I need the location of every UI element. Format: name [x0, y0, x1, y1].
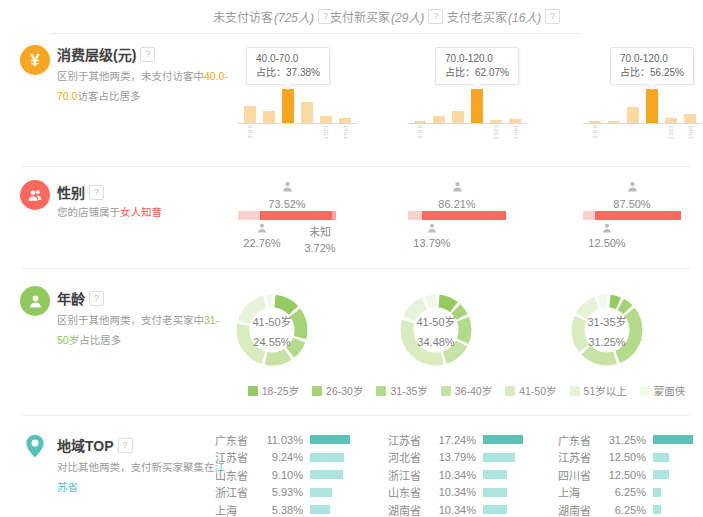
legend-item[interactable]: 18-25岁: [248, 383, 299, 398]
consumption-chart-unpaid: 0.0-20.0120.0-160.0160.0以上40.0-70.0占比：37…: [230, 33, 390, 166]
bar-slot: 120.0-160.0: [320, 89, 332, 123]
region-name: 浙江省: [215, 484, 257, 500]
bar[interactable]: [320, 116, 332, 123]
donut-center-range: 41-50岁: [416, 313, 455, 329]
female-group: 86.21%: [408, 179, 506, 210]
bar[interactable]: [244, 106, 256, 123]
legend-swatch: [312, 386, 322, 396]
mini-bar-chart: 0.0-20.0120.0-160.0160.0以上: [238, 89, 357, 124]
tooltip-share: 占比：56.25%: [620, 66, 684, 80]
section-consumption-level: ¥ 消费层级(元) ? 区别于其他两类，未支付访客中40.0-70.0访客占比居…: [0, 33, 703, 166]
bar[interactable]: [433, 116, 445, 123]
donut-center-percent: 31.25%: [588, 336, 625, 348]
column-header-count: (725人): [274, 8, 314, 25]
bar[interactable]: [414, 121, 426, 123]
help-icon[interactable]: ?: [545, 9, 560, 24]
axis-label: 0.0-20.0: [247, 125, 253, 139]
female-icon: [451, 180, 464, 193]
region-name: 湖南省: [388, 502, 430, 517]
column-header-unpaid-visitors: 未支付访客(725人)?: [213, 8, 333, 25]
region-row: 湖南省10.34%: [388, 501, 528, 517]
region-row: 山东省10.34%: [388, 484, 528, 502]
gender-bar[interactable]: [238, 211, 336, 220]
region-row: 浙江省5.93%: [215, 484, 355, 502]
region-bar: [310, 505, 330, 514]
male-icon: [256, 222, 268, 234]
section-title: 年龄: [57, 288, 85, 308]
male-group: 22.76%: [240, 222, 284, 249]
region-percent: 31.25%: [600, 434, 646, 446]
bar[interactable]: [665, 118, 677, 123]
region-name: 四川省: [558, 467, 600, 483]
region-name: 上海: [558, 484, 600, 500]
legend-item[interactable]: 26-30岁: [312, 383, 363, 398]
bar[interactable]: [339, 118, 351, 123]
region-percent: 9.24%: [257, 451, 303, 463]
legend-swatch: [441, 386, 451, 396]
bar[interactable]: [452, 111, 464, 123]
region-bar: [653, 470, 669, 479]
region-percent: 5.93%: [257, 486, 303, 498]
region-bar: [483, 488, 507, 497]
bar-slot: 160.0以上: [339, 89, 351, 123]
bar[interactable]: [589, 121, 601, 123]
column-header-label: 未支付访客: [213, 8, 273, 25]
female-segment: [260, 211, 332, 220]
legend-item[interactable]: 36-40岁: [441, 383, 492, 398]
legend-swatch: [570, 386, 580, 396]
section-description: 您的店铺属于女人知音: [57, 202, 239, 222]
buyer-analysis-dashboard: 未支付访客(725人)? 支付新买家(29人)? 支付老买家(16人)? ¥ 消…: [0, 0, 703, 517]
axis-label: 120.0-160.0: [493, 125, 499, 139]
region-row: 江苏省17.24%: [388, 431, 528, 449]
gender-icon: [20, 180, 50, 210]
legend-item[interactable]: 蒙面侠: [640, 383, 686, 398]
region-bar: [483, 505, 507, 514]
unknown-segment: [332, 211, 336, 220]
section-description: 对比其他两类，支付新买家聚集在江苏省: [57, 457, 229, 497]
help-icon[interactable]: ?: [140, 47, 155, 62]
legend-item[interactable]: 51岁以上: [570, 383, 627, 398]
tooltip-range: 70.0-120.0: [445, 52, 509, 66]
bar[interactable]: [471, 89, 483, 123]
bar-slot: 120.0-160.0: [665, 89, 677, 123]
bar[interactable]: [301, 102, 313, 123]
bar[interactable]: [646, 89, 658, 123]
region-row: 湖南省6.25%: [558, 501, 698, 517]
help-icon[interactable]: ?: [89, 291, 104, 306]
gender-bar[interactable]: [583, 211, 681, 220]
help-icon[interactable]: ?: [428, 9, 443, 24]
female-icon: [626, 180, 639, 193]
tooltip-share: 占比：62.07%: [445, 66, 509, 80]
bar-slot: [627, 89, 639, 123]
bar[interactable]: [490, 120, 502, 123]
help-icon[interactable]: ?: [89, 185, 104, 200]
bar[interactable]: [509, 119, 521, 123]
tooltip-share: 占比：37.38%: [256, 66, 320, 80]
bar[interactable]: [282, 89, 294, 123]
help-icon[interactable]: ?: [118, 438, 133, 453]
bar[interactable]: [684, 114, 696, 123]
bar[interactable]: [627, 107, 639, 123]
gender-bar[interactable]: [408, 211, 506, 220]
legend-label: 蒙面侠: [654, 383, 686, 398]
donut-center-percent: 34.48%: [417, 336, 454, 348]
bar-slot: [433, 89, 445, 123]
bar[interactable]: [263, 111, 275, 123]
bar-slot: [452, 89, 464, 123]
unknown-percent: 3.72%: [298, 242, 342, 254]
legend-item[interactable]: 41-50岁: [505, 383, 556, 398]
age-donut-chart: 41-50岁24.55%: [230, 288, 314, 372]
region-bar: [653, 505, 661, 514]
column-header-label: 支付新买家: [330, 8, 390, 25]
bar[interactable]: [608, 121, 620, 123]
male-group: 12.50%: [585, 222, 629, 249]
bar-slot: 0.0-20.0: [244, 89, 256, 123]
female-group: 87.50%: [583, 179, 681, 210]
bar-slot: 120.0-160.0: [490, 89, 502, 123]
male-segment: [583, 211, 595, 220]
region-bar: [310, 453, 344, 462]
legend-item[interactable]: 31-35岁: [376, 383, 427, 398]
region-name: 江苏省: [215, 449, 257, 465]
region-row: 四川省12.50%: [558, 466, 698, 484]
gender-chart-unpaid: 73.52%22.76%未知3.72%: [230, 166, 390, 268]
